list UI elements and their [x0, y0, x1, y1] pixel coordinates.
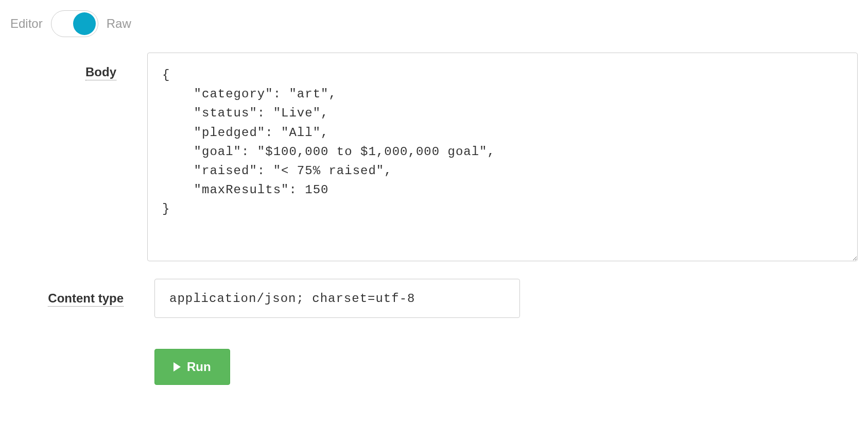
view-mode-toggle-row: Editor Raw	[10, 10, 858, 37]
body-field-content	[147, 53, 858, 263]
body-field-row: Body	[10, 53, 858, 263]
button-row-spacer	[10, 333, 154, 385]
content-type-input[interactable]	[154, 279, 520, 318]
run-button[interactable]: Run	[154, 349, 230, 385]
body-label: Body	[10, 53, 147, 79]
run-button-label: Run	[187, 360, 211, 374]
toggle-label-raw: Raw	[107, 16, 131, 31]
button-row: Run	[10, 333, 858, 385]
toggle-knob	[73, 12, 96, 35]
body-label-text: Body	[85, 65, 116, 80]
content-type-field-row: Content type	[10, 279, 858, 318]
play-icon	[173, 362, 181, 372]
body-textarea-wrapper	[147, 53, 858, 263]
body-textarea[interactable]	[147, 53, 858, 261]
toggle-label-editor: Editor	[10, 16, 43, 31]
editor-raw-toggle[interactable]	[51, 10, 98, 37]
content-type-label: Content type	[10, 279, 154, 306]
content-type-field-content	[154, 279, 858, 318]
content-type-label-text: Content type	[48, 291, 124, 307]
